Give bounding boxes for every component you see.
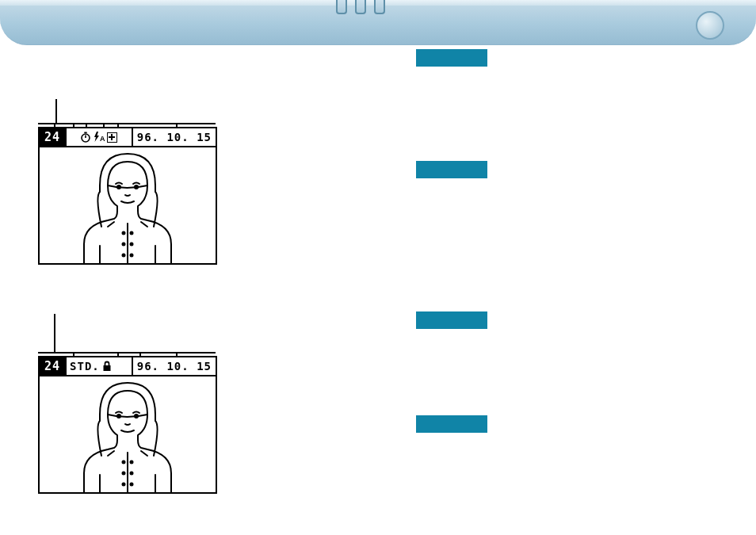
svg-marker-3 (94, 132, 99, 142)
svg-point-16 (135, 415, 138, 418)
svg-point-10 (123, 243, 125, 246)
jack-icon (374, 0, 385, 14)
subject-illustration (68, 147, 187, 263)
svg-rect-2 (85, 132, 87, 134)
svg-point-13 (131, 254, 133, 257)
jack-icon (336, 0, 347, 14)
frame-counter: 24 (40, 128, 65, 146)
self-timer-icon (80, 132, 91, 143)
lock-icon (101, 361, 113, 372)
svg-point-12 (123, 254, 125, 257)
svg-point-5 (117, 185, 120, 189)
svg-point-23 (131, 483, 133, 486)
viewfinder (40, 146, 216, 263)
frame-counter: 24 (40, 357, 65, 375)
date-display: 96. 10. 15 (133, 128, 216, 146)
svg-point-18 (123, 461, 125, 464)
screen-status-bar: 24 STD. 96. 10. 15 (40, 357, 216, 375)
camera-screen-play: 24 STD. 96. 10. 15 (38, 356, 217, 494)
viewfinder (40, 375, 216, 492)
section-bar (416, 311, 487, 329)
mode-icons-group: A (65, 128, 133, 146)
connector-jacks (336, 0, 385, 14)
svg-point-20 (123, 472, 125, 475)
exposure-plus-icon (107, 132, 117, 143)
svg-point-21 (131, 472, 133, 475)
svg-rect-14 (103, 365, 110, 371)
mode-icons-group: STD. (65, 357, 133, 375)
section-bar (416, 415, 487, 433)
camera-screen-record: 24 A 96. 10. 15 (38, 127, 217, 265)
svg-point-19 (131, 461, 133, 464)
svg-point-9 (131, 232, 133, 235)
svg-text:A: A (100, 135, 105, 143)
jack-icon (355, 0, 366, 14)
section-bar (416, 161, 487, 178)
flash-auto-icon: A (93, 132, 105, 143)
svg-point-22 (123, 483, 125, 486)
svg-point-11 (131, 243, 133, 246)
device-bezel (0, 0, 756, 45)
subject-illustration (68, 376, 187, 492)
quality-label: STD. (70, 357, 100, 375)
svg-point-6 (135, 185, 138, 189)
svg-point-8 (123, 232, 125, 235)
date-display: 96. 10. 15 (133, 357, 216, 375)
section-bar (416, 49, 487, 67)
dial-button[interactable] (696, 11, 724, 40)
svg-point-15 (117, 415, 120, 418)
screen-status-bar: 24 A 96. 10. 15 (40, 128, 216, 146)
